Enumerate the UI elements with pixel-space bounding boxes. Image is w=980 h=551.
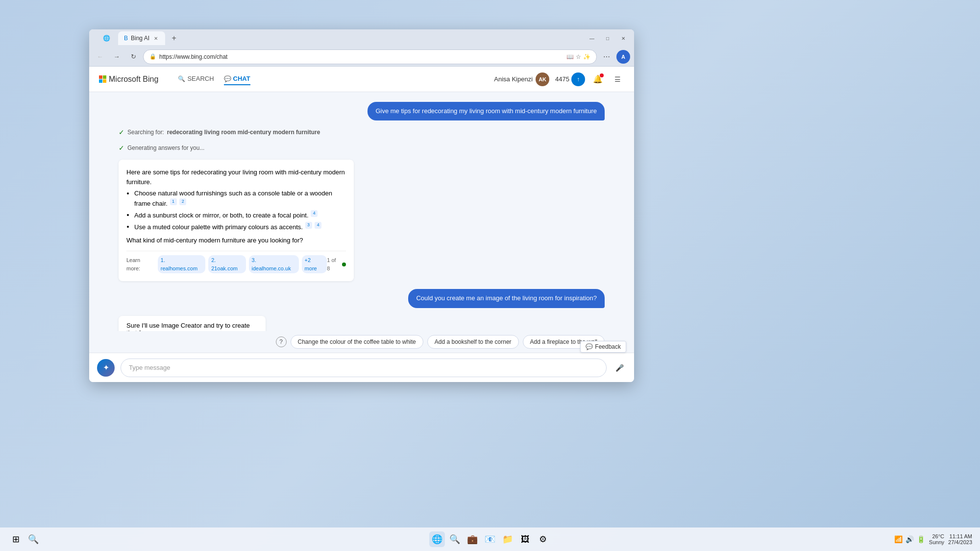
window-controls-right: — □ ✕ <box>585 31 630 45</box>
lock-icon: 🔒 <box>149 53 156 60</box>
bing-logo-text: Microsoft Bing <box>109 75 158 84</box>
taskbar-files[interactable]: 📁 <box>500 531 515 547</box>
feedback-label: Feedback <box>595 343 621 350</box>
ai-bullet-list: Choose natural wood furnishings such as … <box>126 189 346 232</box>
citation-3[interactable]: 4 <box>311 210 318 217</box>
minimize-button[interactable]: — <box>585 31 599 45</box>
input-area: ✦ Type message 🎤 <box>89 353 634 382</box>
source-2-link[interactable]: 2. 21oak.com <box>208 255 245 273</box>
wifi-icon: 📶 <box>894 535 903 543</box>
bing-chat-icon[interactable]: ✦ <box>97 359 115 377</box>
taskbar-mail[interactable]: 📧 <box>482 531 498 547</box>
battery-icon: 🔋 <box>917 535 925 543</box>
citation-1[interactable]: 1 <box>170 198 177 205</box>
nav-search[interactable]: 🔍 SEARCH <box>178 73 214 85</box>
maximize-button[interactable]: □ <box>601 31 614 45</box>
status-label-2: Generating answers for you... <box>127 144 204 151</box>
taskbar-search-app[interactable]: 🔍 <box>447 531 463 547</box>
close-button[interactable]: ✕ <box>616 31 630 45</box>
header-right: Anisa Kipenzi AK 4475 ↑ 🔔 ☰ <box>494 72 624 86</box>
new-tab-button[interactable]: + <box>167 31 181 45</box>
tab-close-icon[interactable]: ✕ <box>152 35 159 42</box>
user-name: Anisa Kipenzi <box>494 75 533 83</box>
chat-area: Give me tips for redecorating my living … <box>89 92 634 331</box>
status-generating: ✓ Generating answers for you... <box>119 144 605 152</box>
reading-mode-icon[interactable]: 📖 <box>566 53 574 60</box>
bullet-2: Add a sunburst clock or mirror, or both,… <box>134 210 346 220</box>
user-avatar[interactable]: AK <box>536 72 549 86</box>
address-bar-icons: 📖 ☆ ✨ <box>566 53 590 60</box>
search-taskbar[interactable]: 🔍 <box>25 531 41 547</box>
chat-icon: 💬 <box>224 75 231 82</box>
citation-2[interactable]: 2 <box>179 198 186 205</box>
taskbar-settings[interactable]: ⚙ <box>535 531 551 547</box>
check-icon-2: ✓ <box>119 144 124 152</box>
address-bar[interactable]: 🔒 https://www.bing.com/chat 📖 ☆ ✨ <box>143 49 597 64</box>
bing-header: Microsoft Bing 🔍 SEARCH 💬 CHAT Anisa Kip… <box>89 67 634 92</box>
source-3-link[interactable]: 3. idealhome.co.uk <box>249 255 299 273</box>
bing-copilot-icon[interactable]: ✨ <box>583 53 590 60</box>
tab-active[interactable]: B Bing AI ✕ <box>118 31 165 45</box>
ai-question: What kind of mid-century modern furnitur… <box>126 236 346 245</box>
ai-intro-text: Here are some tips for redecorating your… <box>126 168 346 187</box>
message-input[interactable]: Type message <box>121 359 607 377</box>
tab-area: 🌐 B Bing AI ✕ + <box>97 31 581 45</box>
weather-info: 26°C Sunny <box>929 533 944 545</box>
menu-button[interactable]: ☰ <box>611 72 624 86</box>
bullet-3: Use a muted colour palette with primary … <box>134 222 346 232</box>
taskbar-edge[interactable]: 🌐 <box>429 531 445 547</box>
volume-icon: 🔊 <box>906 535 914 543</box>
bing-nav: 🔍 SEARCH 💬 CHAT <box>178 73 250 85</box>
more-sources-link[interactable]: +2 more <box>302 255 327 273</box>
user-message-2: Could you create me an image of the livi… <box>408 289 605 308</box>
help-icon[interactable]: ? <box>276 336 287 347</box>
tab-inactive[interactable]: 🌐 <box>97 31 116 45</box>
citation-5[interactable]: 4 <box>315 222 321 229</box>
source-1-link[interactable]: 1. realhomes.com <box>158 255 205 273</box>
user-info: Anisa Kipenzi AK <box>494 72 549 86</box>
back-button[interactable]: ← <box>93 50 107 64</box>
input-placeholder: Type message <box>129 364 171 371</box>
tab-label: Bing AI <box>131 35 149 42</box>
refresh-button[interactable]: ↻ <box>126 50 140 64</box>
start-button[interactable]: ⊞ <box>8 531 24 547</box>
card-footer: Learn more: 1. realhomes.com 2. 21oak.co… <box>126 251 346 273</box>
copilot-button[interactable]: ↑ <box>571 72 585 86</box>
suggestion-1[interactable]: Change the colour of the coffee table to… <box>291 335 423 349</box>
suggestion-2[interactable]: Add a bookshelf to the corner <box>427 335 519 349</box>
time-info: 11:11 AM 27/4/2023 <box>948 533 972 545</box>
notification-button[interactable]: 🔔 <box>591 72 605 86</box>
status-dot <box>342 263 346 266</box>
feedback-button[interactable]: 💬 Feedback <box>580 341 626 353</box>
user-message-1: Give me tips for redecorating my living … <box>368 102 605 120</box>
page-indicator: 1 of 8 <box>327 256 346 272</box>
taskbar-right: 📶 🔊 🔋 26°C Sunny 11:11 AM 27/4/2023 <box>894 533 972 545</box>
taskbar: ⊞ 🔍 🌐 🔍 💼 📧 📁 🖼 ⚙ 📶 🔊 🔋 26°C Sunny 11:11… <box>0 527 980 551</box>
browser-titlebar: 🌐 B Bing AI ✕ + — □ ✕ <box>89 29 634 47</box>
status-label-1: Searching for: <box>127 129 164 136</box>
forward-button[interactable]: → <box>110 50 123 64</box>
edge-profile-icon[interactable]: A <box>616 50 630 64</box>
search-icon-taskbar: 🔍 <box>28 534 39 545</box>
weather-temp: 26°C <box>932 533 944 539</box>
points-value: 4475 <box>555 75 569 83</box>
system-icons: 📶 🔊 🔋 <box>894 535 925 543</box>
current-date: 27/4/2023 <box>948 539 972 545</box>
nav-chat[interactable]: 💬 CHAT <box>224 73 250 85</box>
bing-logo: Microsoft Bing <box>99 75 158 84</box>
current-time: 11:11 AM <box>950 533 972 539</box>
microsoft-logo <box>99 75 107 83</box>
status-searching: ✓ Searching for: redecorating living roo… <box>119 128 605 136</box>
feedback-icon: 💬 <box>586 343 593 350</box>
suggestions-area: ? Change the colour of the coffee table … <box>89 331 634 353</box>
taskbar-teams[interactable]: 💼 <box>465 531 480 547</box>
weather-desc: Sunny <box>929 539 944 545</box>
taskbar-photos[interactable]: 🖼 <box>517 531 533 547</box>
favorites-icon[interactable]: ☆ <box>576 53 581 60</box>
simple-response: Sure I'll use Image Creator and try to c… <box>119 316 266 331</box>
check-icon-1: ✓ <box>119 128 124 136</box>
search-icon: 🔍 <box>178 75 185 82</box>
microphone-button[interactable]: 🎤 <box>612 361 626 375</box>
collections-icon[interactable]: ⋯ <box>600 50 613 64</box>
citation-4[interactable]: 3 <box>305 222 312 229</box>
